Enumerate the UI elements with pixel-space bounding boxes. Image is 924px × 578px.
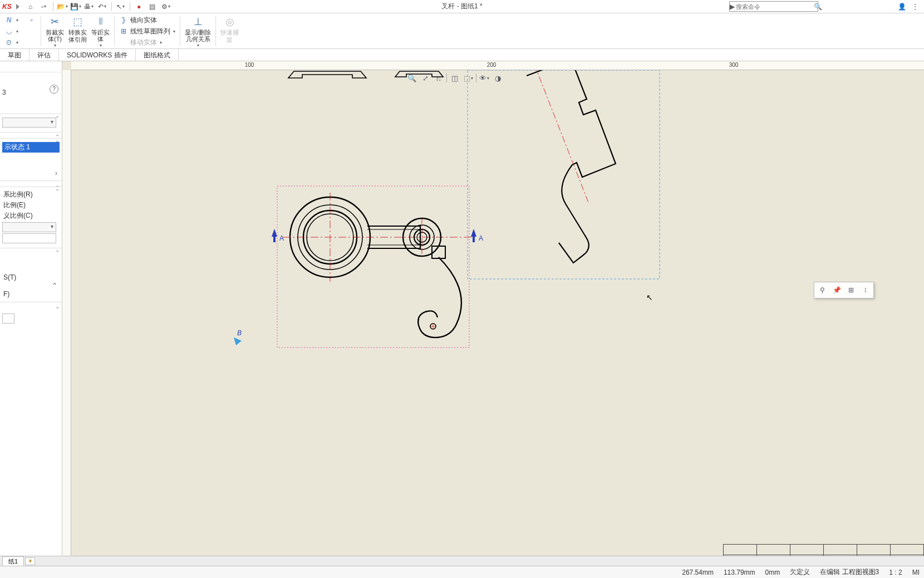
- section-collapse-5[interactable]: ⌃: [55, 188, 60, 194]
- quick-snap-button: ◎快速捕 捉: [218, 14, 241, 48]
- open-icon[interactable]: 📂▾: [57, 1, 68, 12]
- new-icon[interactable]: ▫▾: [38, 1, 50, 12]
- section-collapse-7[interactable]: ⌄: [55, 303, 60, 310]
- drawing-canvas[interactable]: 🔍 ⤢ ⎌ ◫ ⬚▾ 👁▾ ◑: [71, 70, 924, 566]
- dim-type-t[interactable]: S(T): [1, 273, 61, 282]
- home-icon[interactable]: ⌂: [25, 1, 36, 12]
- svg-text:A: A: [479, 234, 483, 242]
- section-collapse-6[interactable]: ⌃: [55, 249, 60, 256]
- print-icon[interactable]: 🖶▾: [83, 1, 95, 12]
- doc-icon[interactable]: ▤: [147, 1, 158, 12]
- scale-option-c[interactable]: 义比例(C): [1, 210, 61, 221]
- mirror-group: ⦄镜向实体 ⊞线性草图阵列▾ 移动实体▾: [117, 14, 178, 48]
- drawing-canvas-area: 100 200 300 🔍 ⤢ ⎌ ◫ ⬚▾ 👁▾ ◑: [62, 61, 924, 566]
- drawing-svg: A A B: [71, 70, 924, 566]
- search-input[interactable]: [735, 3, 814, 10]
- search-play-icon: ▶: [730, 3, 735, 11]
- display-state-selected[interactable]: 示状态 1: [2, 142, 60, 153]
- section-marker-a-left[interactable]: A: [272, 229, 284, 242]
- ctx-zoom-icon[interactable]: ⚲: [817, 285, 828, 296]
- scale-option-r[interactable]: 系比例(R): [1, 189, 61, 200]
- status-scale[interactable]: 1 : 2: [889, 569, 902, 576]
- svg-marker-16: [272, 229, 277, 237]
- display-delete-relations-button[interactable]: ⊥显示/删除 几何关系▾: [183, 14, 213, 48]
- mirror-entities-button[interactable]: ⦄镜向实体: [119, 14, 175, 26]
- svg-text:B: B: [237, 329, 242, 337]
- offset-entities-button[interactable]: ⫴等距实 体▾: [89, 14, 112, 48]
- view-bbox-1[interactable]: [277, 186, 469, 347]
- tab-addins[interactable]: SOLIDWORKS 插件: [59, 49, 136, 61]
- settings-icon[interactable]: ⚙▾: [160, 1, 171, 12]
- svg-rect-17: [273, 237, 276, 242]
- panel-dropdown-1[interactable]: [2, 117, 56, 128]
- logo-menu-arrow[interactable]: [16, 4, 19, 9]
- section-marker-b[interactable]: B: [234, 329, 242, 345]
- save-icon[interactable]: 💾▾: [70, 1, 81, 12]
- more-icon[interactable]: ⋮: [910, 1, 921, 12]
- conic-tool[interactable]: ◡▾: [4, 26, 36, 37]
- status-z: 0mm: [765, 569, 780, 576]
- status-editing: 在编辑 工程图视图3: [820, 567, 879, 577]
- list-expand-arrow[interactable]: ›: [1, 169, 61, 177]
- svg-rect-20: [473, 237, 475, 242]
- panel-scale-input[interactable]: [2, 233, 56, 243]
- spline-tool[interactable]: N▾▫: [4, 14, 36, 26]
- tab-sketch[interactable]: 草图: [0, 49, 30, 61]
- horizontal-ruler: 100 200 300: [71, 61, 924, 70]
- select-icon[interactable]: ↖▾: [115, 1, 126, 12]
- section-collapse-3[interactable]: ⌃: [55, 140, 60, 146]
- user-icon[interactable]: 👤: [896, 1, 907, 12]
- arc-tool[interactable]: ⊙▾: [4, 37, 36, 48]
- move-entities-button: 移动实体▾: [119, 37, 175, 48]
- svg-line-0: [534, 70, 589, 204]
- section-collapse-6b[interactable]: ⌃: [1, 282, 61, 290]
- svg-text:A: A: [279, 234, 284, 242]
- svg-marker-19: [471, 229, 476, 237]
- panel-scale-dropdown[interactable]: [2, 222, 56, 232]
- ctx-more-icon[interactable]: ⫶: [860, 285, 871, 296]
- ctx-grid-icon[interactable]: ⊞: [846, 285, 857, 296]
- status-bar: 267.54mm 113.79mm 0mm 欠定义 在编辑 工程图视图3 1 :…: [0, 566, 924, 578]
- view-bbox-2[interactable]: [468, 70, 660, 279]
- document-title: 叉杆 - 图纸1 *: [441, 2, 482, 11]
- status-units[interactable]: MI: [912, 569, 920, 576]
- convert-entities-button[interactable]: ⬚转换实 体引用: [66, 14, 89, 48]
- panel-small-input[interactable]: [2, 314, 14, 324]
- tab-evaluate[interactable]: 评估: [30, 49, 59, 61]
- help-icon[interactable]: ?: [50, 85, 58, 94]
- status-y: 113.79mm: [724, 569, 755, 576]
- section-marker-a-right[interactable]: A: [471, 229, 483, 242]
- tab-sheet-format[interactable]: 图纸格式: [136, 49, 179, 61]
- sheet-tab-1[interactable]: 纸1: [2, 556, 24, 566]
- trim-entities-button[interactable]: ✂剪裁实 体(T)▾: [43, 14, 66, 48]
- sketch-spline-group: N▾▫ ◡▾ ⊙▾: [2, 14, 38, 48]
- status-defined: 欠定义: [790, 567, 810, 577]
- rebuild-icon[interactable]: ●: [134, 1, 145, 12]
- scale-option-e[interactable]: 比例(E): [1, 200, 61, 210]
- search-icon[interactable]: 🔍: [814, 3, 822, 11]
- app-logo: KS: [2, 3, 12, 11]
- status-x: 267.54mm: [682, 569, 714, 576]
- context-toolbar: ⚲ 📌 ⊞ ⫶: [814, 282, 874, 298]
- property-panel: 3 ? ⌃ ⌃ ⌃ 示状态 1 › ⌄ ⌃ 系比例(R) 比例(E) 义比例(C…: [0, 61, 62, 566]
- ctx-pin-icon[interactable]: 📌: [831, 285, 842, 296]
- vertical-ruler: [62, 70, 71, 566]
- svg-marker-22: [234, 337, 242, 345]
- command-search[interactable]: ▶ 🔍: [729, 1, 818, 12]
- linear-pattern-button[interactable]: ⊞线性草图阵列▾: [119, 26, 175, 37]
- add-sheet-button[interactable]: ☀: [25, 557, 35, 565]
- cosmetic-thread-f[interactable]: F): [1, 290, 61, 298]
- undo-icon[interactable]: ↶▾: [97, 1, 108, 12]
